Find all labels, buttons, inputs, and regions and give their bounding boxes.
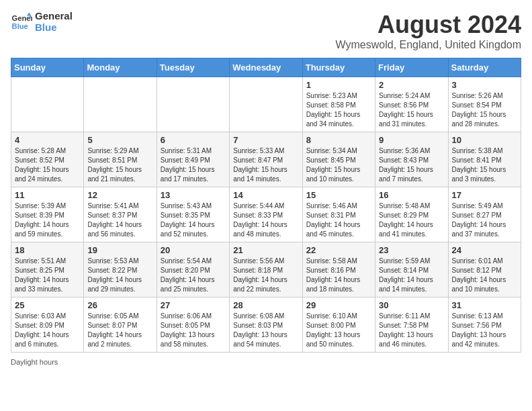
- calendar-cell: 20Sunrise: 5:54 AM Sunset: 8:20 PM Dayli…: [157, 242, 229, 298]
- day-number: 29: [306, 300, 371, 310]
- day-info: Sunrise: 5:34 AM Sunset: 8:45 PM Dayligh…: [306, 146, 371, 184]
- calendar-week-row: 11Sunrise: 5:39 AM Sunset: 8:39 PM Dayli…: [11, 187, 521, 242]
- column-header-monday: Monday: [84, 58, 157, 77]
- day-info: Sunrise: 5:59 AM Sunset: 8:14 PM Dayligh…: [379, 257, 444, 294]
- calendar-cell: [230, 77, 302, 132]
- day-number: 26: [87, 300, 152, 310]
- day-number: 27: [161, 300, 226, 310]
- day-number: 25: [15, 300, 80, 310]
- calendar-cell: 19Sunrise: 5:53 AM Sunset: 8:22 PM Dayli…: [84, 242, 157, 298]
- day-number: 18: [15, 245, 80, 255]
- day-number: 22: [306, 245, 371, 255]
- column-header-thursday: Thursday: [302, 58, 375, 77]
- calendar-cell: 11Sunrise: 5:39 AM Sunset: 8:39 PM Dayli…: [11, 187, 84, 242]
- day-info: Sunrise: 5:44 AM Sunset: 8:33 PM Dayligh…: [233, 201, 298, 239]
- day-info: Sunrise: 5:38 AM Sunset: 8:41 PM Dayligh…: [452, 146, 517, 184]
- day-info: Sunrise: 5:36 AM Sunset: 8:43 PM Dayligh…: [379, 146, 444, 184]
- calendar-cell: 12Sunrise: 5:41 AM Sunset: 8:37 PM Dayli…: [84, 187, 157, 242]
- calendar-cell: 28Sunrise: 6:08 AM Sunset: 8:03 PM Dayli…: [230, 298, 302, 353]
- calendar-week-row: 4Sunrise: 5:28 AM Sunset: 8:52 PM Daylig…: [11, 132, 521, 187]
- day-number: 9: [379, 135, 444, 145]
- column-header-sunday: Sunday: [11, 58, 84, 77]
- calendar-week-row: 1Sunrise: 5:23 AM Sunset: 8:58 PM Daylig…: [11, 77, 521, 132]
- calendar-cell: 30Sunrise: 6:11 AM Sunset: 7:58 PM Dayli…: [375, 298, 448, 353]
- header: General Blue General Blue August 2024 Wy…: [11, 11, 521, 51]
- calendar-cell: 2Sunrise: 5:24 AM Sunset: 8:56 PM Daylig…: [375, 77, 448, 132]
- calendar-cell: 14Sunrise: 5:44 AM Sunset: 8:33 PM Dayli…: [230, 187, 302, 242]
- day-info: Sunrise: 6:01 AM Sunset: 8:12 PM Dayligh…: [452, 257, 517, 294]
- svg-text:Blue: Blue: [12, 21, 28, 30]
- logo-blue: Blue: [35, 22, 73, 34]
- calendar-table: SundayMondayTuesdayWednesdayThursdayFrid…: [11, 58, 521, 353]
- day-info: Sunrise: 6:08 AM Sunset: 8:03 PM Dayligh…: [233, 312, 298, 349]
- calendar-cell: 29Sunrise: 6:10 AM Sunset: 8:00 PM Dayli…: [302, 298, 375, 353]
- day-info: Sunrise: 5:49 AM Sunset: 8:27 PM Dayligh…: [452, 201, 517, 239]
- calendar-cell: 7Sunrise: 5:33 AM Sunset: 8:47 PM Daylig…: [230, 132, 302, 187]
- day-info: Sunrise: 5:31 AM Sunset: 8:49 PM Dayligh…: [161, 146, 226, 184]
- day-info: Sunrise: 6:13 AM Sunset: 7:56 PM Dayligh…: [452, 312, 517, 349]
- day-number: 2: [379, 80, 444, 90]
- day-info: Sunrise: 5:54 AM Sunset: 8:20 PM Dayligh…: [161, 257, 226, 294]
- logo: General Blue General Blue: [11, 11, 73, 33]
- day-info: Sunrise: 5:51 AM Sunset: 8:25 PM Dayligh…: [15, 257, 80, 294]
- day-number: 6: [161, 135, 226, 145]
- day-info: Sunrise: 5:58 AM Sunset: 8:16 PM Dayligh…: [306, 257, 371, 294]
- calendar-cell: 10Sunrise: 5:38 AM Sunset: 8:41 PM Dayli…: [448, 132, 521, 187]
- day-number: 31: [452, 300, 517, 310]
- calendar-cell: 1Sunrise: 5:23 AM Sunset: 8:58 PM Daylig…: [302, 77, 375, 132]
- calendar-cell: 4Sunrise: 5:28 AM Sunset: 8:52 PM Daylig…: [11, 132, 84, 187]
- day-number: 8: [306, 135, 371, 145]
- calendar-cell: 18Sunrise: 5:51 AM Sunset: 8:25 PM Dayli…: [11, 242, 84, 298]
- day-info: Sunrise: 5:24 AM Sunset: 8:56 PM Dayligh…: [379, 91, 444, 129]
- day-number: 16: [379, 190, 444, 200]
- day-number: 15: [306, 190, 371, 200]
- day-number: 19: [87, 245, 152, 255]
- day-number: 12: [87, 190, 152, 200]
- page-title: August 2024: [336, 11, 521, 39]
- day-number: 28: [233, 300, 298, 310]
- day-info: Sunrise: 5:39 AM Sunset: 8:39 PM Dayligh…: [15, 201, 80, 239]
- day-number: 4: [15, 135, 80, 145]
- calendar-cell: 5Sunrise: 5:29 AM Sunset: 8:51 PM Daylig…: [84, 132, 157, 187]
- day-number: 21: [233, 245, 298, 255]
- calendar-cell: 17Sunrise: 5:49 AM Sunset: 8:27 PM Dayli…: [448, 187, 521, 242]
- logo-general: General: [35, 11, 73, 22]
- calendar-cell: 13Sunrise: 5:43 AM Sunset: 8:35 PM Dayli…: [157, 187, 229, 242]
- day-number: 17: [452, 190, 517, 200]
- day-info: Sunrise: 6:05 AM Sunset: 8:07 PM Dayligh…: [87, 312, 152, 349]
- column-header-saturday: Saturday: [448, 58, 521, 77]
- day-info: Sunrise: 5:43 AM Sunset: 8:35 PM Dayligh…: [161, 201, 226, 239]
- calendar-cell: 9Sunrise: 5:36 AM Sunset: 8:43 PM Daylig…: [375, 132, 448, 187]
- column-header-friday: Friday: [375, 58, 448, 77]
- calendar-cell: 21Sunrise: 5:56 AM Sunset: 8:18 PM Dayli…: [230, 242, 302, 298]
- calendar-cell: [84, 77, 157, 132]
- day-info: Sunrise: 6:10 AM Sunset: 8:00 PM Dayligh…: [306, 312, 371, 349]
- day-number: 14: [233, 190, 298, 200]
- calendar-week-row: 25Sunrise: 6:03 AM Sunset: 8:09 PM Dayli…: [11, 298, 521, 353]
- day-info: Sunrise: 6:11 AM Sunset: 7:58 PM Dayligh…: [379, 312, 444, 349]
- day-number: 5: [87, 135, 152, 145]
- calendar-cell: 24Sunrise: 6:01 AM Sunset: 8:12 PM Dayli…: [448, 242, 521, 298]
- calendar-cell: 15Sunrise: 5:46 AM Sunset: 8:31 PM Dayli…: [302, 187, 375, 242]
- calendar-cell: [11, 77, 84, 132]
- day-number: 7: [233, 135, 298, 145]
- day-info: Sunrise: 5:29 AM Sunset: 8:51 PM Dayligh…: [87, 146, 152, 184]
- calendar-cell: 8Sunrise: 5:34 AM Sunset: 8:45 PM Daylig…: [302, 132, 375, 187]
- day-info: Sunrise: 5:23 AM Sunset: 8:58 PM Dayligh…: [306, 91, 371, 129]
- footer-note: Daylight hours: [11, 358, 521, 366]
- calendar-cell: 3Sunrise: 5:26 AM Sunset: 8:54 PM Daylig…: [448, 77, 521, 132]
- day-number: 13: [161, 190, 226, 200]
- calendar-cell: 6Sunrise: 5:31 AM Sunset: 8:49 PM Daylig…: [157, 132, 229, 187]
- calendar-week-row: 18Sunrise: 5:51 AM Sunset: 8:25 PM Dayli…: [11, 242, 521, 298]
- calendar-cell: 23Sunrise: 5:59 AM Sunset: 8:14 PM Dayli…: [375, 242, 448, 298]
- day-number: 11: [15, 190, 80, 200]
- logo-icon: General Blue: [11, 11, 32, 33]
- calendar-cell: 26Sunrise: 6:05 AM Sunset: 8:07 PM Dayli…: [84, 298, 157, 353]
- calendar-cell: [157, 77, 229, 132]
- day-info: Sunrise: 5:26 AM Sunset: 8:54 PM Dayligh…: [452, 91, 517, 129]
- day-number: 3: [452, 80, 517, 90]
- day-number: 24: [452, 245, 517, 255]
- calendar-header-row: SundayMondayTuesdayWednesdayThursdayFrid…: [11, 58, 521, 77]
- calendar-cell: 16Sunrise: 5:48 AM Sunset: 8:29 PM Dayli…: [375, 187, 448, 242]
- calendar-cell: 22Sunrise: 5:58 AM Sunset: 8:16 PM Dayli…: [302, 242, 375, 298]
